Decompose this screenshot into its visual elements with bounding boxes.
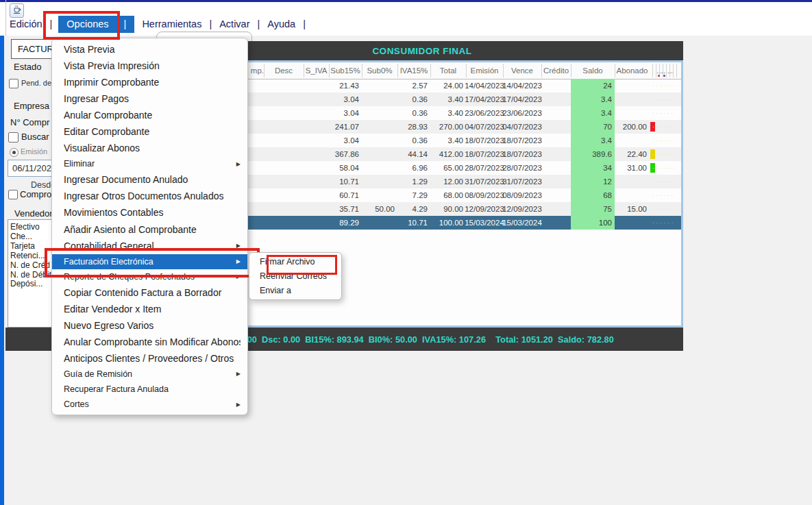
column-header-abonado[interactable]: Abonado [615, 62, 650, 79]
cell-saldo: 24 [571, 79, 615, 93]
row-trailing-dots: ······ [652, 161, 680, 175]
cell-total: 3.40 [430, 93, 466, 106]
cell-abonado: 22.40 [615, 147, 650, 161]
menu-item[interactable]: Anular Comprobante sin Modificar Abonos [52, 334, 247, 350]
menubar-item-herramientas[interactable]: Herramientas [140, 17, 203, 31]
header-mini-dot [658, 75, 660, 77]
menubar-separator: | [258, 19, 260, 29]
cell-total: 270.00 [430, 120, 466, 134]
cell-total: 3.40 [430, 134, 466, 147]
cell-sub15: 3.04 [329, 106, 362, 120]
cell-emision: 31/07/2023 [466, 175, 503, 188]
annotation-box-opciones [43, 11, 120, 40]
menu-item[interactable]: Visualizar Abonos [52, 140, 247, 156]
header-gridline [615, 64, 615, 77]
menu-item-label: Nuevo Egreso Varios [64, 320, 241, 331]
cell-saldo: 70 [571, 120, 615, 134]
cell-saldo: 389.6 [571, 147, 615, 161]
cell-total: 24.00 [430, 79, 466, 93]
submenu-arrow-icon: ▶ [236, 402, 241, 408]
cell-iva15: 7.29 [397, 188, 430, 202]
cell-total: 3.40 [430, 106, 466, 120]
menu-item[interactable]: Añadir Asiento al Comprobante [52, 221, 247, 238]
menubar-item-ayuda[interactable]: Ayuda [266, 17, 297, 31]
column-header-saldo[interactable]: Saldo [571, 62, 615, 79]
cell-saldo: 100 [571, 216, 615, 230]
column-header-iva15[interactable]: IVA15% [397, 62, 430, 79]
column-header-total[interactable]: Total [430, 62, 466, 79]
buscar-checkbox[interactable] [8, 132, 19, 143]
pend-checkbox[interactable] [9, 79, 19, 88]
menu-item[interactable]: Editar Comprobante [52, 123, 247, 140]
cell-sub15: 35.71 [329, 202, 362, 216]
row-trailing-dots: ······ [652, 134, 680, 147]
cell-abonado: 15.00 [615, 202, 650, 216]
emision-radio[interactable] [10, 148, 19, 157]
menu-item[interactable]: Nuevo Egreso Varios [52, 317, 247, 334]
cell-abonado: 200.00 [615, 120, 650, 134]
header-gridline [430, 64, 431, 77]
menu-item[interactable]: Recuperar Factura Anulada [52, 382, 247, 397]
num-comprobante-label: N° Compr [10, 117, 49, 127]
menu-item-label: Ingresar Documento Anulado [64, 174, 241, 185]
header-gridline [571, 64, 571, 77]
menubar-item-edición[interactable]: Edición [8, 17, 44, 31]
menu-item[interactable]: Imprimir Comprobante [52, 74, 247, 90]
row-trailing-dots: ······ [652, 79, 680, 93]
cell-total: 100.00 [430, 216, 466, 230]
header-gridline [397, 64, 398, 77]
menu-item-label: Anular Comprobante sin Modificar Abonos [64, 336, 241, 347]
menu-item[interactable]: Ingresar Pagos [52, 90, 247, 107]
header-gridline [673, 64, 674, 77]
cell-saldo: 3.4 [571, 134, 615, 147]
cell-iva15: 4.29 [397, 202, 430, 216]
cell-sub15: 3.04 [329, 134, 362, 147]
menu-item[interactable]: Vista Previa Impresión [52, 58, 247, 74]
menu-item[interactable]: Guía de Remisión▶ [52, 367, 247, 382]
menu-item-label: Vista Previa [64, 44, 241, 55]
cell-iva15: 10.71 [397, 216, 430, 230]
menu-item[interactable]: Cortes▶ [52, 397, 247, 412]
menubar-item-activar[interactable]: Activar [218, 17, 251, 31]
menu-item[interactable]: Editar Vendedor x Item [52, 301, 247, 317]
cell-emision: 08/09/2023 [466, 188, 503, 202]
menu-item[interactable]: Ingresar Documento Anulado [52, 171, 247, 188]
column-header-sub0[interactable]: Sub0% [362, 62, 397, 79]
menu-item[interactable]: Copiar Contenido Factura a Borrador [52, 284, 247, 301]
comprobante-checkbox[interactable] [8, 190, 18, 199]
desde-date-input[interactable]: 06/11/202 [8, 160, 56, 177]
row-trailing-dots: ······ [652, 202, 680, 216]
menu-item-label: Movimientos Contables [64, 207, 241, 218]
opciones-menu-popup: Vista PreviaVista Previa ImpresiónImprim… [51, 38, 248, 415]
cell-iva15: 0.36 [397, 93, 430, 106]
menu-item[interactable]: Anular Comprobante [52, 107, 247, 123]
cell-saldo: 68 [571, 188, 615, 202]
row-trailing-dots: ······ [652, 106, 680, 120]
cell-abonado: 31.00 [615, 161, 650, 175]
cell-vence: 12/09/2023 [503, 202, 541, 216]
buscar-checkbox-label: Buscar [21, 132, 49, 142]
menu-item[interactable]: Ingresar Otros Documentos Anulados [52, 188, 247, 204]
menu-item[interactable]: Eliminar▶ [52, 156, 247, 171]
menu-item[interactable]: Movimientos Contables [52, 204, 247, 221]
comprobante-checkbox-label: Compro [20, 189, 51, 199]
submenu-item[interactable]: Enviar a [249, 283, 341, 297]
submenu-arrow-icon: ▶ [236, 371, 241, 377]
header-gridline [362, 64, 362, 77]
cell-saldo: 3.4 [571, 106, 615, 120]
menu-item[interactable]: Anticipos Clientes / Proveedores / Otros [52, 350, 247, 367]
menu-item[interactable]: Vista Previa [52, 41, 247, 58]
cell-emision: 17/04/2023 [466, 93, 503, 106]
column-header-credito[interactable]: Crédito [541, 62, 571, 79]
menu-item-label: Anticipos Clientes / Proveedores / Otros [64, 353, 241, 364]
menu-item-label: Vista Previa Impresión [64, 60, 241, 71]
submenu-arrow-icon: ▶ [236, 161, 241, 167]
column-header-emision[interactable]: Emisión [466, 62, 503, 79]
column-header-s_iva[interactable]: S_IVA [304, 62, 329, 79]
client-title: CONSUMIDOR FINAL [372, 46, 471, 56]
column-header-sub15[interactable]: Sub15% [329, 62, 362, 79]
column-header-vence[interactable]: Vence [503, 62, 541, 79]
column-header-desc[interactable]: Desc [264, 62, 304, 79]
cell-vence: 23/06/2023 [503, 106, 541, 120]
pend-checkbox-label: Pend. de [21, 79, 51, 87]
